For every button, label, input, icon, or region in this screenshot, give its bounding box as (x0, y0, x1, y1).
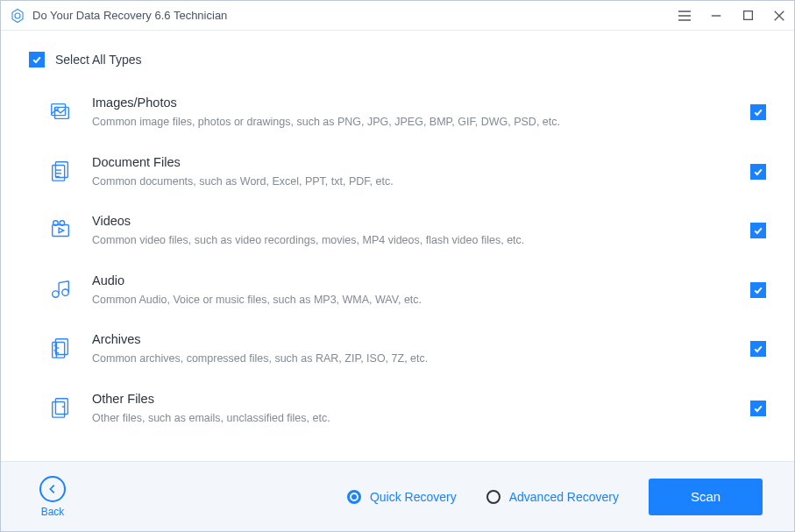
video-icon (48, 217, 73, 242)
type-title: Audio (92, 273, 733, 287)
advanced-recovery-radio[interactable]: Advanced Recovery (486, 490, 619, 504)
quick-recovery-label: Quick Recovery (370, 490, 457, 504)
type-checkbox-images[interactable] (750, 104, 766, 120)
type-checkbox-documents[interactable] (750, 164, 766, 180)
main-content: Select All Types Images/Photos Common im… (1, 31, 794, 461)
type-checkbox-other[interactable] (750, 401, 766, 416)
document-icon (48, 159, 73, 183)
radio-unselected-icon (486, 490, 500, 504)
type-row-archives: Archives Common archives, compressed fil… (48, 320, 766, 379)
select-all-row: Select All Types (29, 52, 766, 67)
back-arrow-icon (39, 476, 66, 502)
footer: Back Quick Recovery Advanced Recovery Sc… (1, 461, 794, 531)
other-icon (48, 395, 73, 420)
radio-selected-icon (347, 490, 361, 504)
type-title: Videos (92, 214, 733, 228)
svg-rect-19 (55, 339, 67, 355)
scan-button[interactable]: Scan (649, 479, 763, 515)
image-icon (48, 99, 73, 124)
svg-rect-10 (53, 224, 69, 236)
type-desc: Common Audio, Voice or music files, such… (92, 293, 733, 309)
back-button[interactable]: Back (39, 476, 66, 518)
app-title: Do Your Data Recovery 6.6 Technician (32, 9, 677, 22)
close-button[interactable] (771, 8, 787, 24)
svg-marker-13 (59, 228, 64, 233)
recovery-mode-radio-group: Quick Recovery Advanced Recovery (347, 490, 619, 504)
type-checkbox-videos[interactable] (750, 223, 766, 238)
svg-point-0 (15, 13, 20, 18)
type-row-videos: Videos Common video files, such as video… (48, 202, 766, 261)
advanced-recovery-label: Advanced Recovery (509, 490, 619, 504)
type-desc: Common video files, such as video record… (92, 233, 733, 249)
svg-point-14 (53, 290, 59, 296)
titlebar: Do Your Data Recovery 6.6 Technician (1, 1, 794, 31)
svg-rect-1 (743, 11, 752, 20)
svg-rect-26 (55, 398, 67, 414)
archive-icon (48, 336, 73, 360)
type-row-images: Images/Photos Common image files, photos… (48, 83, 766, 143)
menu-icon[interactable] (677, 8, 692, 24)
svg-point-15 (62, 289, 68, 295)
app-logo-icon (10, 8, 25, 24)
type-checkbox-audio[interactable] (750, 282, 766, 298)
type-title: Archives (92, 332, 733, 346)
file-type-list: Images/Photos Common image files, photos… (29, 83, 766, 438)
type-desc: Common image files, photos or drawings, … (92, 115, 733, 131)
type-title: Images/Photos (92, 96, 733, 110)
svg-line-18 (59, 280, 68, 282)
svg-rect-2 (55, 107, 69, 118)
type-row-documents: Document Files Common documents, such as… (48, 143, 766, 202)
window-controls (677, 8, 787, 24)
audio-icon (48, 277, 73, 301)
type-row-other: Other Files Other files, such as emails,… (48, 379, 766, 439)
type-checkbox-archives[interactable] (750, 341, 766, 357)
type-desc: Common archives, compressed files, such … (92, 351, 733, 367)
back-label: Back (41, 506, 65, 518)
type-title: Document Files (92, 155, 733, 169)
maximize-button[interactable] (740, 8, 756, 24)
svg-rect-27 (53, 401, 65, 417)
quick-recovery-radio[interactable]: Quick Recovery (347, 490, 457, 504)
type-desc: Other files, such as emails, unclassifie… (92, 411, 733, 427)
minimize-button[interactable] (708, 8, 724, 24)
type-row-audio: Audio Common Audio, Voice or music files… (48, 261, 766, 321)
type-desc: Common documents, such as Word, Excel, P… (92, 174, 733, 190)
select-all-label: Select All Types (55, 53, 142, 67)
type-title: Other Files (92, 392, 733, 406)
select-all-checkbox[interactable] (29, 52, 45, 67)
